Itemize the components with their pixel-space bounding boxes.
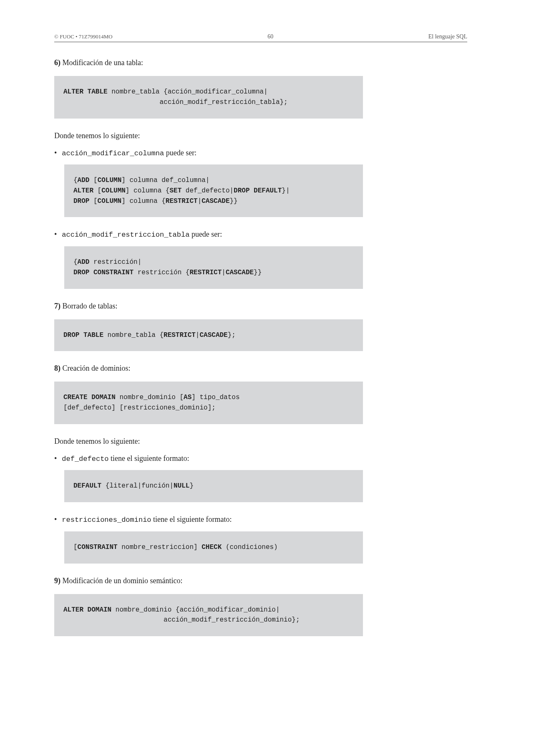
code-text: {literal|función| [101, 482, 174, 490]
keyword: ALTER DOMAIN [63, 606, 111, 614]
code-text: | [222, 269, 226, 276]
code-text: { [73, 177, 78, 184]
bullet-content: acción_modificar_columna puede ser: [62, 147, 196, 159]
code-default: DEFAULT {literal|función|NULL} [64, 470, 363, 502]
keyword: CHECK [202, 544, 222, 551]
keyword: DROP DEFAULT [234, 187, 282, 195]
section-num: 7) [54, 302, 60, 310]
section-6-title: 6) Modificación de una tabla: [54, 57, 363, 68]
keyword: RESTRICT [189, 269, 222, 276]
code-alter-table: ALTER TABLE nombre_tabla {acción_modific… [54, 76, 363, 119]
code-text: }} [229, 197, 237, 205]
bullet-item: • def_defecto tiene el siguiente formato… [54, 453, 363, 465]
code-accion-modificar-columna: {ADD [COLUMN] columna def_columna| ALTER… [64, 164, 363, 217]
keyword: AS [184, 394, 191, 401]
code-text: (condiciones) [222, 544, 277, 551]
section-num: 9) [54, 576, 60, 585]
code-text: } [189, 482, 194, 490]
document-page: © FUOC • 71Z799014MO 60 El lenguaje SQL … [0, 0, 534, 756]
keyword: COLUMN [98, 177, 122, 184]
inline-code: acción_modificar_columna [62, 149, 164, 157]
keyword: ALTER [73, 187, 93, 195]
bullet-text: tiene el siguiente formato: [109, 454, 189, 463]
keyword: COLUMN [101, 187, 126, 195]
section-9-title: 9) Modificación de un dominio semántico: [54, 575, 363, 587]
section-text: Borrado de tablas: [63, 302, 118, 310]
keyword: CREATE DOMAIN [63, 394, 116, 401]
bullet-dot-icon: • [54, 455, 57, 462]
code-text: [ [89, 197, 97, 205]
keyword: ADD [78, 177, 90, 184]
paragraph: Donde tenemos lo siguiente: [54, 130, 363, 142]
bullet-content: def_defecto tiene el siguiente formato: [62, 453, 189, 465]
code-drop-table: DROP TABLE nombre_tabla {RESTRICT|CASCAD… [54, 319, 363, 351]
keyword: COLUMN [98, 197, 122, 205]
bullet-text: tiene el siguiente formato: [151, 515, 232, 523]
section-text: Creación de dominios: [63, 364, 131, 372]
page-number: 60 [267, 33, 273, 40]
code-text: [ [73, 544, 78, 551]
inline-code: def_defecto [62, 455, 108, 463]
header-left: © FUOC • 71Z799014MO [54, 33, 113, 40]
code-text: acción_modif_restricción_tabla}; [63, 99, 288, 106]
code-text: ] tipo_datos [191, 394, 239, 401]
code-accion-modif-restriccion: {ADD restricción| DROP CONSTRAINT restri… [64, 246, 363, 289]
code-text: nombre_tabla {acción_modificar_columna| [108, 88, 268, 96]
code-text: nombre_tabla { [103, 331, 164, 339]
code-text: nombre_dominio [ [116, 394, 184, 401]
code-text: }} [254, 269, 262, 276]
code-create-domain: CREATE DOMAIN nombre_dominio [AS] tipo_d… [54, 382, 363, 424]
code-text: [def_defecto] [restricciones_dominio]; [63, 404, 216, 412]
section-7-title: 7) Borrado de tablas: [54, 301, 363, 312]
content-column: 6) Modificación de una tabla: ALTER TABL… [54, 57, 363, 636]
keyword: ALTER TABLE [63, 88, 108, 96]
code-text: def_defecto| [181, 187, 234, 195]
keyword: SET [169, 187, 181, 195]
keyword: DEFAULT [73, 482, 101, 490]
code-text: }| [282, 187, 290, 195]
bullet-text: puede ser: [164, 149, 196, 157]
code-text: [ [89, 177, 97, 184]
keyword: RESTRICT [164, 331, 196, 339]
paragraph: Donde tenemos lo siguiente: [54, 436, 363, 447]
code-text: { [73, 258, 78, 266]
bullet-dot-icon: • [54, 230, 57, 238]
bullet-item: • restricciones_dominio tiene el siguien… [54, 514, 363, 526]
header-right: El lenguaje SQL [428, 33, 467, 40]
bullet-content: acción_modif_restriccion_tabla puede ser… [62, 229, 222, 240]
bullet-item: • acción_modif_restriccion_tabla puede s… [54, 229, 363, 240]
bullet-item: • acción_modificar_columna puede ser: [54, 147, 363, 159]
code-text: restricción| [89, 258, 141, 266]
keyword: RESTRICT [166, 197, 198, 205]
bullet-dot-icon: • [54, 516, 57, 523]
section-num: 8) [54, 364, 60, 372]
section-text: Modificación de una tabla: [63, 58, 143, 67]
code-text: ] columna { [121, 197, 166, 205]
section-8-title: 8) Creación de dominios: [54, 363, 363, 374]
code-text: | [198, 197, 202, 205]
code-text: [ [93, 187, 101, 195]
code-text: ] columna def_columna| [121, 177, 209, 184]
inline-code: restricciones_dominio [62, 516, 151, 524]
keyword: CONSTRAINT [78, 544, 118, 551]
bullet-content: restricciones_dominio tiene el siguiente… [62, 514, 232, 526]
keyword: DROP TABLE [63, 331, 103, 339]
code-text: ] columna { [126, 187, 170, 195]
bullet-text: puede ser: [189, 230, 222, 238]
page-header: © FUOC • 71Z799014MO 60 El lenguaje SQL [54, 33, 467, 42]
inline-code: acción_modif_restriccion_tabla [62, 231, 189, 239]
keyword: CASCADE [226, 269, 254, 276]
keyword: DROP CONSTRAINT [73, 269, 134, 276]
code-text: restricción { [134, 269, 189, 276]
code-text: nombre_dominio {acción_modificar_dominio… [111, 606, 280, 614]
code-constraint-check: [CONSTRAINT nombre_restriccion] CHECK (c… [64, 531, 363, 564]
code-alter-domain: ALTER DOMAIN nombre_dominio {acción_modi… [54, 594, 363, 637]
keyword: DROP [73, 197, 89, 205]
code-text: }; [228, 331, 236, 339]
code-text: acción_modif_restricción_dominio}; [63, 616, 300, 624]
keyword: CASCADE [199, 331, 227, 339]
keyword: CASCADE [202, 197, 229, 205]
keyword: ADD [78, 258, 90, 266]
code-text: nombre_restriccion] [118, 544, 202, 551]
section-num: 6) [54, 58, 60, 67]
